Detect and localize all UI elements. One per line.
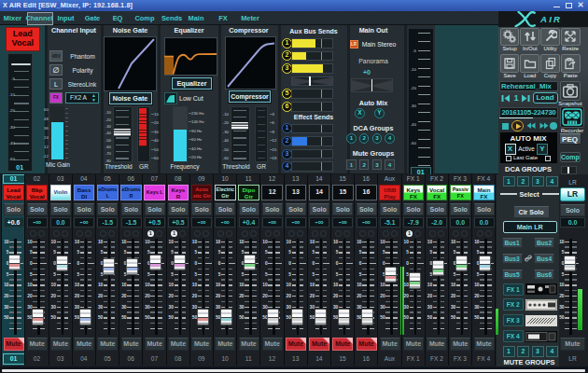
svg-text:AIR: AIR xyxy=(539,13,562,23)
